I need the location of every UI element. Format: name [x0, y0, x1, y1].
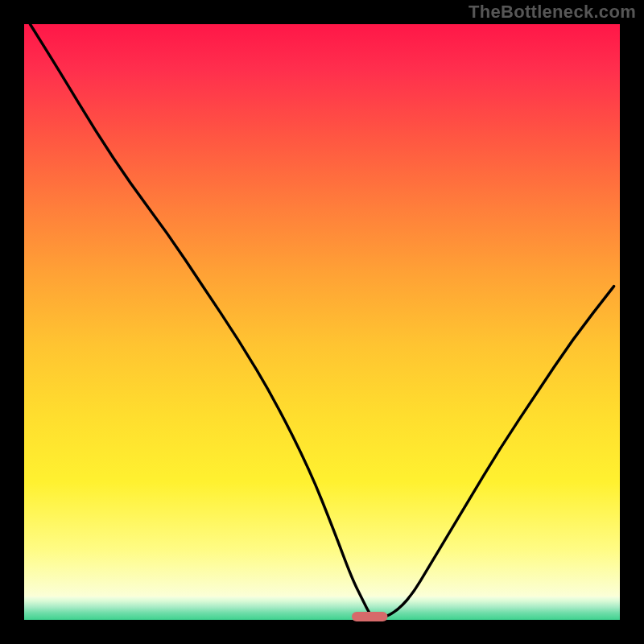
bottleneck-curve [30, 24, 613, 618]
chart-container: TheBottleneck.com [0, 0, 644, 644]
chart-overlay-svg [24, 24, 620, 620]
optimal-marker [352, 612, 387, 621]
plot-area [24, 24, 620, 620]
attribution-text: TheBottleneck.com [469, 2, 636, 23]
